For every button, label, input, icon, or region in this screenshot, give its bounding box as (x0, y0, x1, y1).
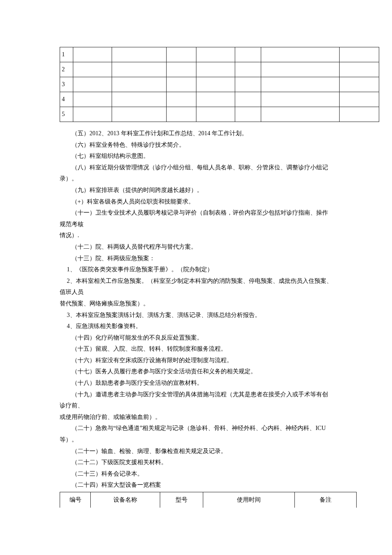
empty-cell (167, 107, 196, 122)
document-body: （五）2012、2013 年科室工作计划和工作总结、2014 年工作计划。 （六… (60, 128, 332, 491)
empty-cell (73, 62, 112, 77)
paragraph-item-11-line1: （十一）卫生专业技术人员履职考核记录与评价（自制表格，评价内容至少包括对诊疗指南… (60, 207, 332, 230)
empty-cell (167, 77, 196, 92)
paragraph-item-14: （十四）化疗药物可能发生的不良反应处置预案。 (60, 332, 332, 344)
empty-cell (235, 107, 261, 122)
paragraph-item-19-line1: （十九）邀请患者主动参与医疗安全管理的具体措施与流程（尤其是患者在接受介入或手术… (60, 389, 332, 412)
empty-cell (73, 107, 112, 122)
empty-cell (196, 107, 235, 122)
paragraph-item-22: （二十二）下级医院支援相关材料。 (60, 457, 332, 468)
paragraph-item-10: （+）科室各级各类人员岗位职责和技能要求。 (60, 196, 332, 208)
empty-cell (340, 77, 379, 92)
empty-cell (196, 92, 235, 107)
row-number-cell: 1 (60, 47, 73, 62)
row-number-cell: 4 (60, 92, 73, 107)
paragraph-item-7: （七）科室组织结构示意图。 (60, 151, 332, 162)
empty-cell (167, 62, 196, 77)
numbered-item-2-line2: 替代预案、网络瘫痪应急预案）。 (60, 298, 332, 310)
empty-cell (235, 47, 261, 62)
table-row: 1 (60, 47, 379, 62)
empty-cell (112, 92, 167, 107)
paragraph-item-20: （二十）急救与“绿色通道”相关规定与记录（急诊科、骨科、神经外科、心内科、神经内… (60, 423, 332, 445)
empty-cell (261, 47, 340, 62)
empty-cell (167, 92, 196, 107)
paragraph-item-18: （十八）鼓励患者参与医疗安全活动的宣教材料。 (60, 378, 332, 389)
table-row: 5 (60, 107, 379, 122)
paragraph-item-6: （六）科室业务特色、特殊诊疗技术简介。 (60, 139, 332, 151)
numbered-empty-table: 1 2 3 (60, 47, 379, 122)
paragraph-item-13: （十三）院、科两级应急预案： (60, 253, 332, 264)
paragraph-item-17: （十七）医务人员履行患者参与医疗安全活动责任和义务的相关规定。 (60, 366, 332, 378)
numbered-item-2-line1: 2、本科室相关工作应急预案。（科室至少制定本科室内的消防预案、停电预案、成批伤员… (60, 276, 332, 298)
numbered-item-4: 4、应急演练相关影像资料。 (60, 321, 332, 332)
equipment-table: 编号 设备名称 型号 使用时间 备注 (60, 492, 357, 508)
empty-cell (112, 62, 167, 77)
empty-cell (112, 107, 167, 122)
paragraph-item-19-line2: 或使用药物治疗前、或输液输血前）。 (60, 412, 332, 423)
paragraph-item-12: （十二）院、科两级人员替代程序与替代方案。 (60, 241, 332, 253)
document-page: 1 2 3 (0, 0, 392, 555)
row-number-cell: 3 (60, 77, 73, 92)
empty-cell (235, 92, 261, 107)
header-remark: 备注 (295, 492, 357, 508)
header-model: 型号 (160, 492, 203, 508)
paragraph-item-8: （八）科室近期分级管理情况（诊疗小组分组、每组人员名单、职称、分管床位、调整诊疗… (60, 162, 332, 185)
empty-cell (196, 47, 235, 62)
empty-cell (73, 47, 112, 62)
paragraph-item-9: （九）科室排班表（提供的时间跨度越长越好）。 (60, 185, 332, 196)
empty-cell (340, 92, 379, 107)
header-id: 编号 (60, 492, 91, 508)
empty-cell (261, 107, 340, 122)
empty-cell (112, 47, 167, 62)
empty-cell (340, 107, 379, 122)
empty-cell (340, 47, 379, 62)
empty-cell (261, 62, 340, 77)
table-row: 4 (60, 92, 379, 107)
row-number-cell: 2 (60, 62, 73, 77)
table-header-row: 编号 设备名称 型号 使用时间 备注 (60, 492, 357, 508)
empty-cell (112, 77, 167, 92)
paragraph-item-23: （二十三）科务会记录本。 (60, 468, 332, 480)
paragraph-item-15: （十五）留观、入院、出院、转科、转院制度和服务流程。 (60, 343, 332, 355)
empty-cell (261, 77, 340, 92)
empty-cell (235, 77, 261, 92)
empty-cell (340, 62, 379, 77)
paragraph-item-11-line2: 情况）. (60, 230, 332, 241)
empty-cell (167, 47, 196, 62)
empty-cell (73, 92, 112, 107)
numbered-item-1: 1、《医院各类突发事件应急预案手册》。（院办制定） (60, 264, 332, 276)
header-device-name: 设备名称 (91, 492, 160, 508)
table-row: 2 (60, 62, 379, 77)
paragraph-item-21: （二十一）输血、检验、病理、影像检查相关规定及记录。 (60, 446, 332, 457)
paragraph-item-24: （二十四）科室大型设备一览档案 (60, 479, 332, 491)
empty-cell (73, 77, 112, 92)
empty-cell (196, 77, 235, 92)
empty-cell (196, 62, 235, 77)
header-usage-time: 使用时间 (203, 492, 295, 508)
paragraph-item-5: （五）2012、2013 年科室工作计划和工作总结、2014 年工作计划。 (60, 128, 332, 139)
empty-cell (261, 92, 340, 107)
paragraph-item-16: （十六）科室没有空床或医疗设施有限时的处理制度与流程。 (60, 355, 332, 366)
row-number-cell: 5 (60, 107, 73, 122)
table-row: 3 (60, 77, 379, 92)
empty-cell (235, 62, 261, 77)
numbered-item-3: 3、本科室应急预案演练计划、演练方案、演练记录、演练总结分析报告。 (60, 310, 332, 321)
